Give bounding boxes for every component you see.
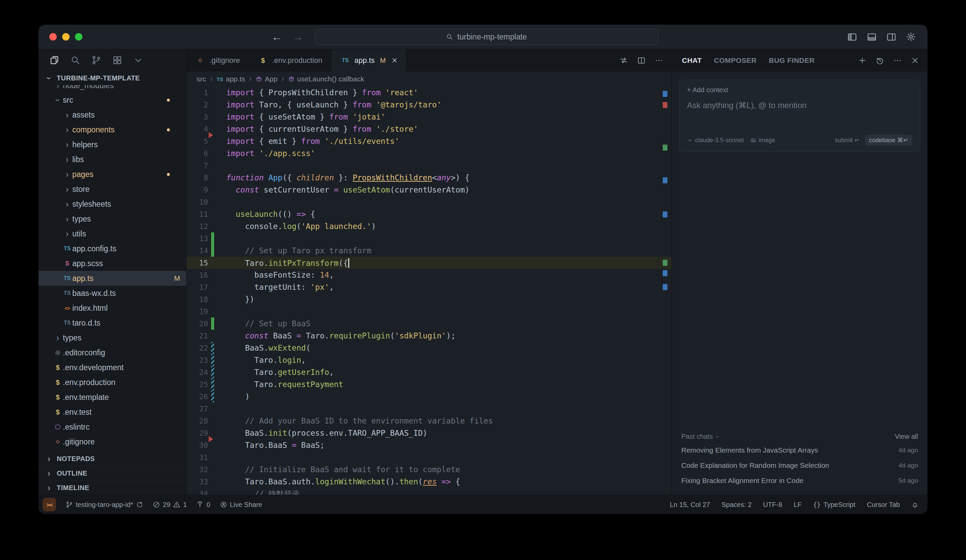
remote-indicator[interactable]: ><: [43, 498, 56, 511]
tree-item-.env.production[interactable]: $.env.production: [38, 375, 186, 390]
tree-item-index.html[interactable]: <>index.html: [38, 301, 186, 315]
open-changes-button[interactable]: [619, 56, 628, 65]
breadcrumb-item[interactable]: App: [256, 75, 277, 83]
code-line-29[interactable]: 29 BaaS.init(process.env.TARO_APP_BAAS_I…: [186, 427, 672, 439]
ruler-mark[interactable]: [663, 270, 667, 276]
chat-history-button[interactable]: [876, 56, 884, 65]
code-line-9[interactable]: 9 const setCurrentUser = useSetAtom(curr…: [186, 184, 672, 196]
tree-item-helpers[interactable]: ›helpers: [38, 137, 186, 152]
sidebar-section-outline[interactable]: ›OUTLINE: [38, 466, 186, 480]
tree-item-store[interactable]: ›store: [38, 182, 186, 197]
tree-item-types[interactable]: ›types: [38, 212, 186, 226]
code-line-14[interactable]: 14 // Set up Taro px transform: [186, 245, 672, 257]
zoom-window-button[interactable]: [75, 33, 82, 41]
code-line-31[interactable]: 31: [186, 451, 672, 463]
past-chats-toggle[interactable]: Past chats: [681, 433, 720, 440]
tree-item-app.scss[interactable]: Sapp.scss: [38, 256, 186, 271]
tree-item-app.config.ts[interactable]: TSapp.config.ts: [38, 241, 186, 256]
activity-search-button[interactable]: [70, 55, 80, 65]
past-chat-item[interactable]: Fixing Bracket Alignment Error in Code5d…: [681, 473, 918, 488]
eol-status[interactable]: LF: [794, 501, 802, 509]
live-share-button[interactable]: Live Share: [220, 501, 263, 509]
code-line-6[interactable]: 6import './app.scss': [186, 147, 672, 159]
toggle-right-sidebar-button[interactable]: [886, 32, 896, 42]
tree-item-.eslintrc[interactable]: .eslintrc: [38, 419, 186, 434]
ruler-mark[interactable]: [663, 91, 667, 97]
code-line-18[interactable]: 18 }): [186, 293, 672, 305]
code-line-16[interactable]: 16 baseFontSize: 14,: [186, 269, 672, 281]
ruler-mark[interactable]: [663, 145, 667, 151]
tree-item-app.ts[interactable]: TSapp.tsM: [38, 271, 186, 286]
code-line-3[interactable]: 3import { useSetAtom } from 'jotai': [186, 111, 672, 123]
sidebar-section-timeline[interactable]: ›TIMELINE: [38, 480, 186, 495]
code-line-33[interactable]: 33 Taro.BaaS.auth.loginWithWechat().then…: [186, 476, 672, 488]
activity-source-control-button[interactable]: [91, 55, 101, 65]
code-line-28[interactable]: 28 // Add your BaaS ID to the environmen…: [186, 415, 672, 427]
tree-item-pages[interactable]: ›pages: [38, 167, 186, 182]
cursor-tab-status[interactable]: Cursor Tab: [867, 501, 900, 509]
view-all-link[interactable]: View all: [895, 433, 918, 440]
code-line-19[interactable]: 19: [186, 305, 672, 317]
navigate-back-button[interactable]: ←: [271, 31, 283, 43]
indentation-status[interactable]: Spaces: 2: [721, 501, 751, 509]
code-line-34[interactable]: 34 // 静默登录: [186, 488, 672, 495]
breadcrumb-item[interactable]: src: [197, 75, 206, 83]
breadcrumb-item[interactable]: useLaunch() callback: [288, 75, 364, 83]
activity-more-button[interactable]: [133, 55, 143, 65]
notifications-bell[interactable]: [911, 501, 919, 508]
tree-item-taro.d.ts[interactable]: TStaro.d.ts: [38, 315, 186, 330]
activity-explorer-button[interactable]: [49, 55, 59, 65]
codebase-button[interactable]: codebase ⌘↵: [865, 135, 912, 146]
tree-item-stylesheets[interactable]: ›stylesheets: [38, 197, 186, 212]
code-line-21[interactable]: 21 const BaaS = Taro.requirePlugin('sdkP…: [186, 330, 672, 342]
tree-item-.gitignore[interactable]: .gitignore: [38, 434, 186, 449]
settings-gear-button[interactable]: [906, 32, 916, 42]
past-chat-item[interactable]: Code Explanation for Random Image Select…: [681, 458, 918, 473]
tree-item-assets[interactable]: ›assets: [38, 107, 186, 122]
code-line-13[interactable]: 13: [186, 232, 672, 245]
chat-more-button[interactable]: [893, 56, 902, 65]
code-line-11[interactable]: 11 useLaunch(() => {: [186, 208, 672, 220]
code-line-8[interactable]: 8function App({ children }: PropsWithChi…: [186, 172, 672, 184]
tree-item-node-modules[interactable]: ›node_modules: [38, 85, 186, 92]
ruler-mark[interactable]: [663, 284, 667, 290]
editor-tab-app.ts[interactable]: TSapp.tsM×: [331, 49, 406, 72]
code-line-30[interactable]: 30 Taro.BaaS = BaaS;: [186, 439, 672, 451]
toggle-left-sidebar-button[interactable]: [847, 32, 857, 42]
chat-tab-bug-finder[interactable]: BUG FINDER: [769, 56, 815, 64]
code-line-2[interactable]: 2import Taro, { useLaunch } from '@taroj…: [186, 99, 672, 111]
tree-item-components[interactable]: ›components: [38, 122, 186, 137]
command-center-search[interactable]: turbine-mp-template: [315, 29, 658, 45]
close-panel-button[interactable]: [910, 56, 919, 65]
code-line-22[interactable]: 22 BaaS.wxExtend(: [186, 342, 672, 354]
code-line-32[interactable]: 32 // Initialize BaaS and wait for it to…: [186, 463, 672, 476]
problems-status[interactable]: 29 1: [153, 501, 187, 509]
tree-item-utils[interactable]: ›utils: [38, 226, 186, 241]
attach-image-button[interactable]: image: [751, 137, 775, 144]
minimize-window-button[interactable]: [62, 33, 70, 41]
activity-extensions-button[interactable]: [112, 55, 122, 65]
editor-more-actions-button[interactable]: [655, 56, 664, 65]
ruler-mark[interactable]: [663, 102, 667, 108]
code-line-12[interactable]: 12 console.log('App launched.'): [186, 220, 672, 232]
navigate-forward-button[interactable]: →: [292, 31, 303, 43]
chat-tab-chat[interactable]: CHAT: [682, 56, 702, 64]
code-line-17[interactable]: 17 targetUnit: 'px',: [186, 281, 672, 293]
new-chat-button[interactable]: [858, 56, 867, 65]
encoding-status[interactable]: UTF-8: [763, 501, 782, 509]
chat-input-box[interactable]: + Add context Ask anything (⌘L), @ to me…: [679, 80, 920, 152]
ports-status[interactable]: 0: [196, 501, 210, 509]
code-editor[interactable]: 1import { PropsWithChildren } from 'reac…: [186, 87, 672, 495]
add-context-button[interactable]: + Add context: [687, 86, 912, 94]
tree-item-.env.test[interactable]: $.env.test: [38, 405, 186, 419]
git-branch-status[interactable]: testing-taro-app-id*: [66, 501, 143, 509]
tree-item-.editorconfig[interactable]: .editorconfig: [38, 345, 186, 360]
submit-button[interactable]: submit ↵: [835, 136, 859, 144]
chat-tab-composer[interactable]: COMPOSER: [714, 56, 757, 64]
code-line-10[interactable]: 10: [186, 196, 672, 208]
tree-item-baas-wx.d.ts[interactable]: TSbaas-wx.d.ts: [38, 286, 186, 301]
past-chat-item[interactable]: Removing Elements from JavaScript Arrays…: [681, 442, 918, 458]
code-line-26[interactable]: 26 ): [186, 391, 672, 402]
sidebar-section-notepads[interactable]: ›NOTEPADS: [38, 451, 186, 466]
close-window-button[interactable]: [49, 33, 57, 41]
